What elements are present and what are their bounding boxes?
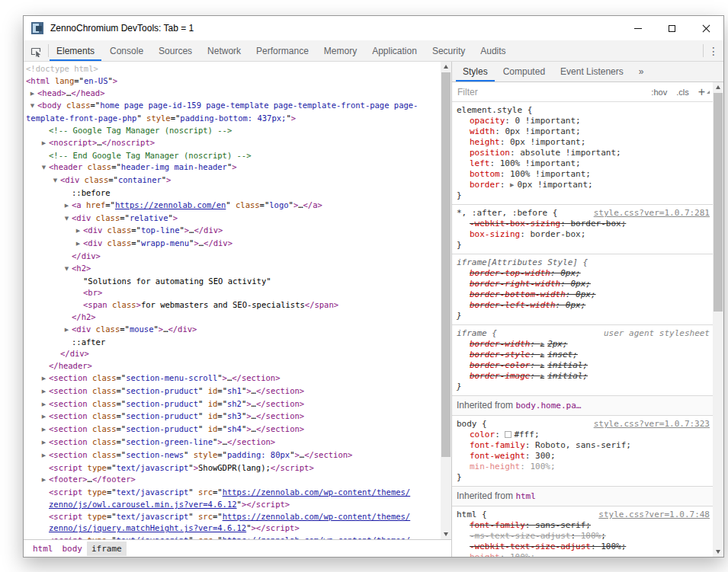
css-property[interactable]: border-color: ▶initial; (457, 360, 710, 371)
color-swatch[interactable] (505, 431, 512, 438)
css-property[interactable]: bottom: 100% !important; (457, 169, 710, 180)
expand-value-icon[interactable]: ▶ (540, 352, 547, 358)
tab-security[interactable]: Security (425, 40, 473, 61)
tree-line[interactable]: </header> (24, 360, 441, 372)
css-property-value[interactable]: 0px (570, 279, 585, 289)
css-property[interactable]: font-weight: 300; (457, 451, 710, 462)
expand-arrow-icon[interactable]: ▶ (39, 475, 49, 487)
css-property-value[interactable]: 0px !important (517, 180, 588, 190)
css-property-value[interactable]: sans-serif (535, 520, 585, 530)
css-property-value[interactable]: 300 (535, 451, 550, 461)
css-property-value[interactable]: Roboto, sans-serif (535, 440, 626, 450)
expand-arrow-icon[interactable]: ▶ (39, 138, 49, 150)
close-button[interactable] (689, 16, 723, 40)
css-property-name[interactable]: min-height (470, 462, 520, 471)
styles-scrollbar[interactable] (713, 82, 723, 557)
css-selector[interactable]: iframe { (457, 328, 497, 339)
css-property-name[interactable]: border-color (470, 360, 530, 370)
collapse-arrow-icon[interactable]: ▼ (39, 162, 49, 174)
tree-line[interactable]: ▼<header class="header-img main-header"> (24, 161, 441, 174)
css-property-value[interactable]: #fff (514, 430, 534, 439)
expand-arrow-icon[interactable]: ▶ (39, 399, 49, 411)
css-property-name[interactable]: border-width (470, 339, 530, 349)
tree-line[interactable]: </div> (24, 251, 441, 263)
css-property-name[interactable]: border-image (470, 371, 530, 381)
tree-line[interactable]: "Solutions for automating SEO activity" (24, 276, 441, 288)
stylesheet-source-link[interactable]: style.css?ver=1.0.7:323 (588, 419, 710, 430)
css-property-name[interactable]: height (470, 552, 500, 557)
inherited-node-link[interactable]: html (515, 491, 536, 501)
tab-performance[interactable]: Performance (249, 40, 316, 61)
css-property-name[interactable]: -webkit-box-sizing (470, 219, 560, 228)
css-property-value[interactable]: 100% !important (500, 158, 576, 168)
expand-arrow-icon[interactable]: ▶ (73, 238, 83, 251)
css-property-value[interactable]: 0px (560, 268, 576, 278)
expand-value-icon[interactable]: ▶ (540, 341, 547, 347)
scroll-up-button[interactable] (441, 62, 451, 72)
tab-sources[interactable]: Sources (151, 40, 200, 61)
tree-line[interactable]: ▶<section class="section-green-line">…</… (24, 436, 441, 449)
collapse-arrow-icon[interactable]: ▼ (27, 101, 37, 113)
css-property[interactable]: -ms-text-size-adjust: 100%; (457, 531, 710, 542)
css-selector[interactable]: html { (457, 510, 487, 520)
tab-network[interactable]: Network (200, 40, 249, 61)
css-property-value[interactable]: 2px (547, 339, 563, 349)
stylesheet-source-link[interactable]: style.css?ver=1.0.7:281 (588, 208, 710, 219)
scroll-down-button[interactable] (441, 529, 451, 539)
expand-arrow-icon[interactable]: ▶ (39, 424, 49, 436)
minimize-button[interactable] (621, 16, 655, 40)
tab-application[interactable]: Application (364, 40, 425, 61)
css-property-name[interactable]: border-left-width (470, 300, 556, 310)
expand-arrow-icon[interactable]: ▶ (39, 450, 49, 462)
tab-memory[interactable]: Memory (316, 40, 364, 61)
css-property[interactable]: border-style: ▶inset; (457, 350, 710, 360)
css-property-value[interactable]: 100% (601, 542, 621, 551)
css-property-value[interactable]: 100% (530, 462, 550, 471)
css-selector[interactable]: iframe[Attributes Style] { (457, 257, 588, 268)
tree-line[interactable]: template-front-page-php" style="padding-… (24, 113, 441, 125)
tree-line[interactable]: <!doctype html> (24, 63, 441, 75)
css-selector[interactable]: body { (457, 419, 487, 430)
breadcrumb-item-body[interactable]: body (58, 542, 88, 556)
tree-line[interactable]: <script type="text/javascript" src="http… (24, 535, 441, 539)
css-property[interactable]: color: #fff; (457, 430, 710, 440)
tree-line[interactable]: ▶<section class="section-menu-scroll">…<… (24, 372, 441, 385)
tree-line[interactable]: ▶<section class="section-pruduct" id="sh… (24, 385, 441, 398)
tree-line[interactable]: ▶<div class="mouse">…</div> (24, 324, 441, 337)
tree-line[interactable]: ▶<noscript>…</noscript> (24, 137, 441, 150)
css-property-value[interactable]: border-box (570, 219, 621, 228)
toggle-element-state-button[interactable]: :hov (646, 87, 672, 97)
css-property[interactable]: border-left-width: 0px; (457, 300, 710, 311)
css-property-value[interactable]: border-box (530, 229, 580, 239)
css-property-name[interactable]: border-style (470, 350, 530, 359)
elements-scrollbar[interactable] (441, 62, 451, 539)
css-property[interactable]: min-height: 100%; (457, 462, 710, 472)
css-property-name[interactable]: box-sizing (470, 229, 520, 239)
css-property-value[interactable]: inset (547, 350, 572, 359)
tree-line[interactable]: ▶<div class="top-line">…</div> (24, 225, 441, 238)
css-property-name[interactable]: border-bottom-width (470, 289, 566, 299)
css-property-value[interactable]: 0px (576, 289, 591, 299)
more-tabs-button[interactable]: » (631, 62, 652, 81)
css-property[interactable]: width: 0px !important; (457, 126, 710, 137)
css-property[interactable]: border-top-width: 0px; (457, 268, 710, 279)
tree-line[interactable]: <!-- End Google Tag Manager (noscript) -… (24, 150, 441, 162)
css-property-name[interactable]: font-family (470, 520, 525, 530)
tree-line[interactable]: ▼<div class="container"> (24, 174, 441, 187)
tree-line[interactable]: ▶<div class="wrapp-menu">…</div> (24, 238, 441, 251)
css-property[interactable]: box-sizing: border-box; (457, 229, 710, 240)
css-property-value[interactable]: 0px !important (505, 126, 576, 136)
sidebar-tab-styles[interactable]: Styles (455, 62, 495, 81)
tree-line[interactable]: ▶<section class="section-news" style="pa… (24, 449, 441, 462)
css-property[interactable]: font-family: sans-serif; (457, 520, 710, 531)
element-classes-button[interactable]: .cls (672, 87, 694, 97)
css-property[interactable]: border: ▶0px !important; (457, 180, 710, 190)
tree-line[interactable]: ▼<body class="home page page-id-159 page… (24, 100, 441, 113)
css-property-name[interactable]: position (470, 148, 510, 158)
tree-line[interactable]: <!-- Google Tag Manager (noscript) --> (24, 125, 441, 137)
tree-line[interactable]: ▶<section class="section-pruduct" id="sh… (24, 411, 441, 423)
tree-line[interactable]: ▶<footer>…</footer> (24, 474, 441, 487)
expand-arrow-icon[interactable]: ▶ (39, 437, 49, 449)
scrollbar-thumb[interactable] (714, 93, 723, 312)
tree-line[interactable]: </div> (24, 348, 441, 360)
